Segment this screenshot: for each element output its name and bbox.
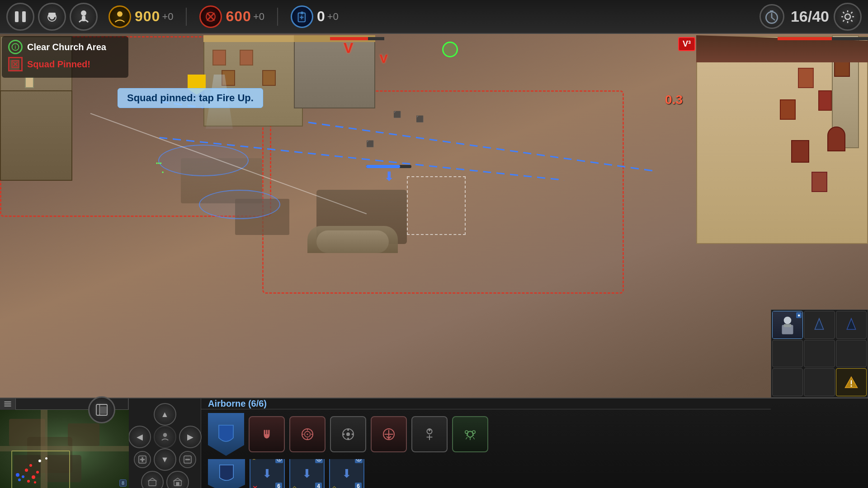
ability-button[interactable] [330, 416, 366, 452]
squad-slot-6[interactable] [836, 340, 867, 368]
para-card-2[interactable]: ⓘ ⬇ 4 ◇ [289, 459, 325, 488]
minimap-header [0, 399, 128, 410]
enemy-health-bg [330, 37, 384, 40]
para-icon-3: ⬇ [342, 467, 352, 481]
card-1-count: 6 [275, 483, 282, 488]
svg-rect-46 [100, 407, 107, 414]
squad-slot-5[interactable] [804, 340, 835, 368]
card-1-info-icon: ⓘ [275, 459, 283, 463]
squad-slot-4[interactable] [772, 340, 803, 368]
svg-point-70 [346, 432, 350, 436]
minimap-expand-button[interactable] [88, 396, 115, 423]
svg-line-17 [772, 17, 774, 19]
dpad-down-button[interactable]: ▼ [154, 448, 176, 471]
fuel-resource: 0 +0 [291, 5, 339, 28]
squad-slot-warning[interactable] [836, 368, 867, 396]
dpad-right-button[interactable]: ▶ [179, 426, 202, 448]
enemy-v3-badge: V³ [678, 37, 695, 51]
svg-rect-0 [15, 11, 19, 22]
camera-button[interactable] [38, 3, 66, 31]
svg-point-33 [784, 316, 792, 324]
hold-button[interactable] [249, 416, 285, 452]
squad-pinned-text: Squad Pinned! [27, 59, 90, 70]
svg-rect-12 [301, 11, 303, 14]
enemy-unit-1: ⬛ [366, 140, 374, 147]
settings-button[interactable] [834, 3, 862, 31]
dpad-up-button[interactable]: ▲ [154, 403, 176, 426]
squad-slot-2[interactable] [804, 311, 835, 339]
dpad-left-button[interactable]: ◀ [128, 426, 151, 448]
munitions-delta: +0 [253, 11, 264, 23]
target-circle [442, 42, 458, 57]
munitions-value: 600 [226, 8, 251, 25]
svg-point-19 [845, 14, 850, 19]
mm-friendly-2 [22, 475, 24, 478]
mm-enemy-3 [32, 475, 35, 479]
mm-neutral-2 [45, 457, 47, 460]
score-display: 0.3 [665, 93, 683, 107]
zoom-in-button[interactable] [134, 451, 151, 468]
svg-point-40 [850, 385, 852, 387]
reinforce-button[interactable] [411, 416, 448, 452]
move-attack-button[interactable] [371, 416, 407, 452]
para-card-1[interactable]: ★ ⓘ ⬇ 6 ▶ ✕ [250, 459, 285, 488]
pause-button[interactable] [6, 3, 34, 31]
soldier-button[interactable] [70, 3, 98, 31]
card-3-marker: ◇ [332, 484, 337, 488]
unit-panel: Airborne (6/6) [201, 399, 771, 488]
card-2-info-icon: ⓘ [315, 459, 323, 463]
move-target [407, 176, 466, 235]
objective-main-row: i Clear Church Area [8, 40, 122, 54]
enemy-unit-2: ⬛ [393, 111, 401, 118]
mm-enemy-4 [27, 480, 30, 483]
squad-slot-3[interactable] [836, 311, 867, 339]
squad-slot-8[interactable] [804, 368, 835, 396]
minimap-menu-button[interactable] [0, 399, 16, 410]
svg-point-74 [352, 433, 354, 435]
enemy-marker-2: V [380, 52, 387, 66]
timer-icon-btn[interactable] [760, 4, 784, 29]
dpad-center [154, 426, 176, 448]
unit-para-marker[interactable]: ⬇ [366, 165, 411, 184]
card-1-marker: ✕ [252, 484, 258, 488]
mm-enemy-1 [25, 469, 28, 472]
card-3-count: 6 [355, 483, 362, 488]
svg-rect-53 [148, 480, 156, 486]
timer-value: 16/40 [791, 8, 829, 25]
zoom-out-button[interactable] [179, 451, 196, 468]
card-2-marker: ◇ [292, 484, 297, 488]
manpower-resource: 900 +0 [108, 5, 173, 28]
svg-rect-1 [22, 11, 26, 22]
svg-rect-6 [82, 16, 85, 21]
mm-friendly-1 [16, 473, 19, 477]
svg-rect-52 [185, 459, 189, 460]
svg-point-64 [307, 434, 308, 435]
svg-point-4 [50, 15, 54, 19]
munitions-icon [199, 5, 222, 28]
svg-point-47 [163, 433, 167, 437]
enemy-unit-3: ⬛ [416, 115, 424, 122]
squad-slot-2-icon [812, 317, 826, 333]
squad-slot-1[interactable]: ● [772, 311, 803, 339]
dpad-middle-row: ◀ ▶ [128, 426, 202, 448]
para-card-3[interactable]: ⓘ ⬇ 6 ▶ ◇ [329, 459, 364, 488]
ability2-button[interactable] [452, 416, 488, 452]
fuel-value: 0 [317, 8, 326, 25]
building-2-button[interactable] [166, 471, 189, 488]
control-pad: ▲ ◀ ▶ ▼ [129, 399, 201, 488]
para-icon-1: ⬇ [262, 467, 272, 481]
svg-point-71 [347, 429, 349, 431]
squad-pinned-tooltip: Squad pinned: tap Fire Up. [118, 88, 263, 108]
manpower-icon [108, 5, 131, 28]
svg-line-27 [843, 20, 844, 21]
building-1-button[interactable] [141, 471, 164, 488]
timer-display: 16/40 [758, 4, 829, 29]
objective-panel: i Clear Church Area Squad Pinned! [2, 36, 128, 78]
squad-slot-7[interactable] [772, 368, 803, 396]
minimap-canvas[interactable]: 8 [0, 410, 129, 488]
svg-point-73 [343, 433, 344, 435]
objective-secondary-row: Squad Pinned! [8, 57, 122, 71]
main-shield-card[interactable] [208, 459, 245, 488]
attack-button[interactable] [289, 416, 326, 452]
svg-point-72 [347, 438, 349, 440]
